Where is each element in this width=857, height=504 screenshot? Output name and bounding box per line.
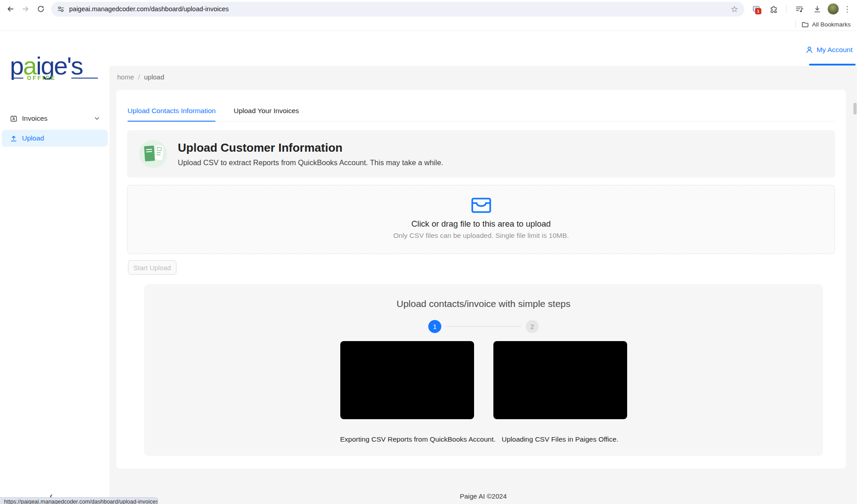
extension-notification-icon[interactable]: 1 xyxy=(749,2,763,16)
tab-upload-contacts[interactable]: Upload Contacts Information xyxy=(127,90,215,121)
tab-upload-invoices[interactable]: Upload Your Invoices xyxy=(233,90,299,121)
tabs-bar: Upload Contacts Information Upload Your … xyxy=(127,90,835,122)
all-bookmarks-label[interactable]: All Bookmarks xyxy=(812,21,851,28)
breadcrumb-current[interactable]: upload xyxy=(144,73,164,81)
bookmarks-bar: All Bookmarks xyxy=(0,18,857,31)
browser-toolbar: paigeai.managedcoder.com/dashboard/uploa… xyxy=(0,0,857,18)
sidebar-item-invoices[interactable]: Invoices xyxy=(2,110,108,127)
inbox-icon xyxy=(471,197,492,214)
logo[interactable]: paige's OFFICE xyxy=(10,53,98,81)
logo-line-left xyxy=(13,78,23,79)
section-title: Upload Customer Information xyxy=(178,141,443,155)
bookmark-star-icon[interactable]: ☆ xyxy=(728,3,741,15)
toolbar-separator xyxy=(786,5,787,13)
main-content: home / upload Upload Contacts Informatio… xyxy=(110,66,857,504)
captions-row: Exporting CSV Reports from QuickBooks Ac… xyxy=(144,435,823,443)
status-url-bubble: https://paigeai.managedcoder.com/dashboa… xyxy=(0,497,158,504)
section-subtitle: Upload CSV to extract Reports from Quick… xyxy=(178,158,443,167)
sidebar: paige's OFFICE Invoices xyxy=(0,31,110,504)
start-upload-button[interactable]: Start Upload xyxy=(128,260,176,275)
my-account-label: My Account xyxy=(817,46,853,54)
sidebar-item-label: Upload xyxy=(22,134,44,142)
dropzone-title: Click or drag file to this area to uploa… xyxy=(411,219,551,229)
instruction-manual-illustration xyxy=(139,140,167,168)
video-caption-2: Uploading CSV Files in Paiges Office. xyxy=(493,435,627,443)
invoices-icon xyxy=(10,115,18,123)
videos-row xyxy=(144,341,823,419)
file-dropzone[interactable]: Click or drag file to this area to uploa… xyxy=(127,185,835,254)
logo-line-right xyxy=(71,78,98,79)
site-settings-icon[interactable] xyxy=(57,5,65,13)
downloads-icon[interactable] xyxy=(809,1,825,17)
bookmarks-separator xyxy=(795,21,796,28)
steps-panel: Upload contacts/invoice with simple step… xyxy=(144,284,823,456)
logo-office-label: OFFICE xyxy=(27,75,56,81)
app-page: paige's OFFICE Invoices xyxy=(0,31,857,504)
account-active-underline xyxy=(809,64,856,66)
url-bar[interactable]: paigeai.managedcoder.com/dashboard/uploa… xyxy=(51,2,744,17)
user-icon xyxy=(805,46,813,54)
media-controls-icon[interactable] xyxy=(791,1,807,17)
reload-icon[interactable] xyxy=(33,1,48,17)
upload-card: Upload Contacts Information Upload Your … xyxy=(116,90,846,469)
steps-title: Upload contacts/invoice with simple step… xyxy=(144,284,823,309)
sidebar-item-upload[interactable]: Upload xyxy=(2,130,108,147)
video-caption-1: Exporting CSV Reports from QuickBooks Ac… xyxy=(340,435,474,443)
url-text[interactable]: paigeai.managedcoder.com/dashboard/uploa… xyxy=(69,5,728,13)
breadcrumb: home / upload xyxy=(117,73,164,81)
back-icon[interactable] xyxy=(3,1,18,17)
step-2-dot: 2 xyxy=(526,320,539,333)
forward-icon[interactable] xyxy=(18,1,33,17)
browser-window: paigeai.managedcoder.com/dashboard/uploa… xyxy=(0,0,857,504)
dropzone-hint: Only CSV files can be uploaded. Single f… xyxy=(393,232,569,240)
sidebar-item-label: Invoices xyxy=(22,114,48,123)
chevron-down-icon[interactable] xyxy=(94,116,100,121)
folder-icon xyxy=(801,21,809,28)
breadcrumb-separator: / xyxy=(138,73,140,81)
step-connector-line xyxy=(445,326,522,327)
profile-avatar[interactable] xyxy=(827,3,839,15)
menu-kebab-icon[interactable]: ⋮ xyxy=(842,2,853,16)
toolbar-right-icons: 1 ⋮ xyxy=(749,1,853,17)
step-1-dot: 1 xyxy=(428,320,441,333)
video-export-csv[interactable] xyxy=(340,341,474,419)
my-account-button[interactable]: My Account xyxy=(805,46,853,54)
scrollbar-thumb[interactable] xyxy=(853,103,857,114)
upload-icon xyxy=(10,135,18,142)
extensions-puzzle-icon[interactable] xyxy=(766,1,781,17)
extension-badge: 1 xyxy=(755,8,761,14)
video-upload-csv[interactable] xyxy=(493,341,627,419)
section-header: Upload Customer Information Upload CSV t… xyxy=(127,130,835,178)
footer-copyright: Paige AI ©2024 xyxy=(110,492,857,500)
breadcrumb-home[interactable]: home xyxy=(117,73,134,81)
steps-indicator: 1 2 xyxy=(144,320,823,333)
